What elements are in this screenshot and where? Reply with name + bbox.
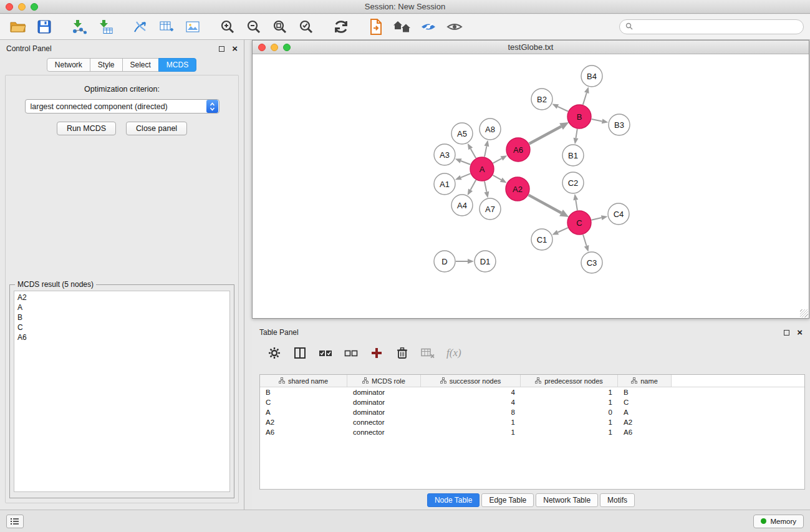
control-panel-tabs: Network Style Select MCDS	[0, 58, 244, 72]
graph-edge-A2-C[interactable]	[529, 195, 561, 213]
close-panel-button[interactable]: Close panel	[126, 122, 187, 135]
column-header-shared-name[interactable]: shared name	[260, 375, 347, 387]
zoom-window-icon[interactable]	[31, 3, 38, 11]
mcds-result-item[interactable]: C	[17, 322, 226, 332]
table-row[interactable]: Adominator80A	[260, 407, 804, 417]
search-box[interactable]	[619, 19, 804, 34]
tab-network[interactable]: Network	[47, 58, 90, 72]
network-window-titlebar: testGlobe.txt	[253, 41, 809, 54]
tab-node-table[interactable]: Node Table	[427, 493, 480, 507]
graph-edge-A-A7[interactable]	[485, 181, 486, 192]
table-cell: C	[618, 399, 672, 406]
import-table-icon[interactable]	[96, 18, 115, 36]
graph-node-label-A7: A7	[485, 205, 495, 214]
column-tree-icon	[362, 377, 369, 385]
float-table-panel-icon[interactable]	[784, 330, 789, 336]
close-panel-icon[interactable]: ×	[232, 46, 238, 52]
home-pages-icon[interactable]	[393, 18, 412, 36]
mcds-result-item[interactable]: A6	[17, 332, 226, 342]
columns-icon[interactable]	[292, 346, 307, 360]
zoom-out-icon[interactable]	[244, 18, 263, 36]
graph-edge-C-C2[interactable]	[576, 200, 577, 211]
graph-edge-A-A1[interactable]	[461, 173, 470, 177]
table-header: shared nameMCDS rolesuccessor nodesprede…	[260, 375, 804, 387]
table-row[interactable]: Cdominator41C	[260, 397, 804, 407]
graph-edge-A-A8[interactable]	[485, 146, 486, 157]
search-input[interactable]	[636, 22, 798, 31]
run-mcds-button[interactable]: Run MCDS	[57, 122, 116, 135]
settings-gear-icon[interactable]	[267, 346, 282, 360]
select-all-icon[interactable]	[318, 346, 333, 360]
deselect-all-icon[interactable]	[344, 346, 359, 360]
table-cell: connector	[347, 428, 421, 436]
close-window-icon[interactable]	[6, 3, 13, 11]
mcds-result-item[interactable]: A2	[17, 293, 226, 302]
table-row[interactable]: A6connector11A6	[260, 427, 804, 437]
mcds-result-item[interactable]: B	[17, 312, 226, 322]
float-panel-icon[interactable]	[219, 46, 224, 52]
memory-button[interactable]: Memory	[753, 515, 804, 528]
add-column-icon[interactable]	[369, 346, 384, 360]
graph-edge-A-A5[interactable]	[471, 148, 476, 158]
minimize-network-window-icon[interactable]	[271, 44, 278, 51]
column-header-successor-nodes[interactable]: successor nodes	[421, 375, 521, 387]
graph-edge-A6-B[interactable]	[529, 127, 561, 144]
function-builder-button[interactable]: f(x)	[446, 347, 461, 359]
table-cell: 1	[521, 399, 618, 406]
task-history-button[interactable]	[6, 515, 24, 528]
column-tree-icon	[631, 377, 637, 385]
graph-edge-C-C1[interactable]	[558, 228, 568, 232]
graph-edge-B-B3[interactable]	[592, 119, 602, 121]
export-document-icon[interactable]	[367, 18, 385, 36]
save-session-icon[interactable]	[35, 18, 54, 36]
tab-network-table[interactable]: Network Table	[536, 493, 598, 507]
delete-column-icon[interactable]	[395, 346, 410, 360]
tab-edge-table[interactable]: Edge Table	[481, 493, 534, 507]
delete-table-icon[interactable]	[420, 346, 435, 360]
tab-mcds[interactable]: MCDS	[158, 58, 196, 72]
zoom-in-icon[interactable]	[218, 18, 237, 36]
image-export-icon[interactable]	[183, 18, 202, 36]
graph-edge-A-A6[interactable]	[493, 158, 502, 163]
graph-edge-B-B4[interactable]	[583, 93, 587, 105]
column-header-MCDS-role[interactable]: MCDS role	[347, 375, 421, 387]
resize-grip[interactable]	[800, 309, 808, 317]
mcds-result-list[interactable]: A2ABCA6	[14, 291, 230, 492]
mcds-result-item[interactable]: A	[17, 302, 226, 312]
add-table-icon[interactable]	[157, 18, 176, 36]
close-table-panel-icon[interactable]: ×	[797, 329, 803, 336]
graph-edge-B-B2[interactable]	[557, 107, 568, 112]
column-header-predecessor-nodes[interactable]: predecessor nodes	[521, 375, 618, 387]
network-share-icon[interactable]	[131, 18, 150, 36]
tab-select[interactable]: Select	[122, 58, 159, 72]
graph-edge-C-C3[interactable]	[583, 235, 587, 246]
graph-edge-A-A2[interactable]	[493, 175, 501, 180]
network-graph-canvas[interactable]: B4B2BB3A5A8A6B1A3AC2A1A2A4A7C4CC1C3DD1	[253, 55, 808, 317]
eye-icon[interactable]	[445, 18, 464, 36]
minimize-window-icon[interactable]	[18, 3, 26, 11]
open-session-icon[interactable]	[9, 18, 27, 36]
graph-node-label-C1: C1	[537, 235, 547, 244]
zoom-fit-icon[interactable]	[271, 18, 289, 36]
graph-edge-C-C4[interactable]	[592, 218, 602, 220]
zoom-network-window-icon[interactable]	[283, 44, 291, 51]
tab-motifs[interactable]: Motifs	[600, 493, 635, 507]
tab-style[interactable]: Style	[90, 58, 123, 72]
column-header-name[interactable]: name	[618, 375, 672, 387]
refresh-layout-icon[interactable]	[332, 18, 350, 36]
table-cell: A2	[618, 418, 672, 426]
zoom-selected-icon[interactable]	[297, 18, 316, 36]
style-brush-icon[interactable]	[419, 18, 438, 36]
control-panel: Control Panel × Network Style Select MCD…	[0, 40, 244, 510]
table-row[interactable]: A2connector11A2	[260, 417, 804, 427]
table-row[interactable]: Bdominator41B	[260, 387, 804, 397]
import-network-icon[interactable]	[70, 18, 89, 36]
table-cell: 4	[421, 389, 521, 396]
graph-edge-B-B1[interactable]	[576, 129, 577, 138]
optimization-criterion-dropdown[interactable]: largest connected component (directed)	[25, 99, 219, 114]
graph-node-label-C: C	[576, 218, 582, 228]
graph-node-label-B: B	[577, 112, 582, 122]
graph-edge-A-A4[interactable]	[471, 180, 476, 190]
graph-edge-A-A3[interactable]	[461, 161, 470, 165]
close-network-window-icon[interactable]	[258, 44, 266, 51]
